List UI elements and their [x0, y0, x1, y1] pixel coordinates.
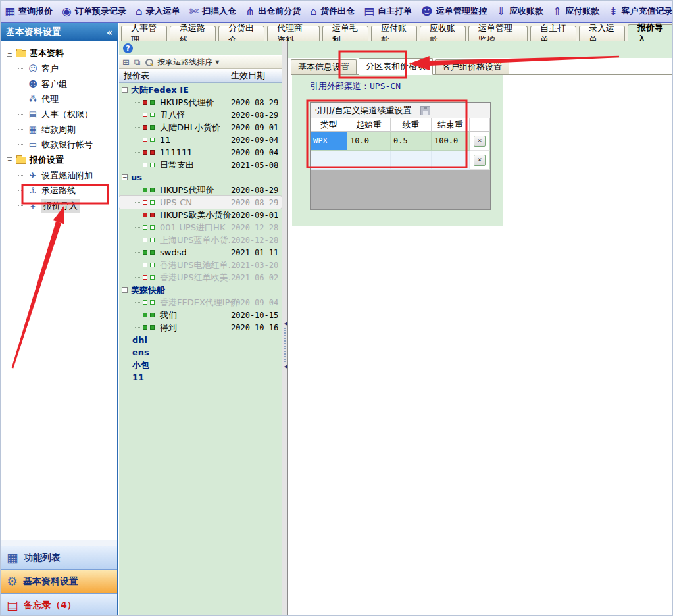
- quote-row[interactable]: HKUPS代理价2020-08-29: [119, 96, 282, 109]
- quote-row[interactable]: swdsd2021-01-11: [119, 246, 282, 259]
- delete-row-button[interactable]: ×: [474, 136, 486, 147]
- quote-row[interactable]: 大陆DHL小货价2020-09-01: [119, 121, 282, 134]
- expand-tree-icon[interactable]: ⊞: [122, 58, 130, 66]
- tree-group-basic-data[interactable]: −基本资料: [1, 45, 117, 61]
- quote-row[interactable]: 1111112020-09-04: [119, 146, 282, 159]
- toolbar-item-order-prerecord[interactable]: ◉订单预录记录: [62, 5, 126, 17]
- tree-item-customer-groups[interactable]: ☻客户组: [1, 76, 117, 91]
- quote-row[interactable]: 香港FEDEX代理IP价2020-09-04: [119, 296, 282, 309]
- quote-row[interactable]: 112020-09-04: [119, 134, 282, 146]
- tree-item-customers[interactable]: ☺客户: [1, 61, 117, 76]
- tab-carrier-routes[interactable]: 承运路线: [170, 26, 216, 41]
- toolbar-item-shipment-outbound[interactable]: ⌂货件出仓: [310, 5, 355, 17]
- quote-row[interactable]: 得到2020-10-16: [119, 321, 282, 334]
- weight-column-header[interactable]: 结束重: [432, 118, 470, 132]
- nav-item-basic-settings[interactable]: ⚙基本资料设置: [1, 569, 117, 593]
- panel-splitter[interactable]: ◀ ◀: [282, 41, 288, 616]
- delete-row-button[interactable]: ×: [474, 155, 486, 166]
- hierarchy-icon[interactable]: ⧉: [134, 58, 140, 66]
- toolbar-item-self-print[interactable]: ▤自主打单: [364, 5, 412, 17]
- tree-item-carrier-routes[interactable]: ⚓承运路线: [1, 183, 117, 198]
- quote-group-row[interactable]: −大陆Fedex IE: [119, 84, 282, 96]
- toolbar-item-scan-inbound[interactable]: ✄扫描入仓: [189, 5, 236, 17]
- quote-row[interactable]: 日常支出2021-05-08: [119, 159, 282, 171]
- tab-waybill-monitor[interactable]: 运单管理监控: [468, 26, 528, 41]
- zone-price-page: 引用外部渠道：UPS-CN 引用/自定义渠道续重设置 类型起始重续重结束重WPX…: [292, 75, 503, 226]
- collapse-node-icon[interactable]: −: [122, 87, 128, 93]
- quote-group-row[interactable]: 小包: [119, 359, 282, 371]
- toolbar-item-payables[interactable]: ⇑应付账款: [553, 5, 599, 17]
- tree-item-agents[interactable]: ⁂代理: [1, 91, 117, 107]
- splitter-drag-handle[interactable]: [284, 328, 286, 362]
- status-marker-2-icon: [150, 313, 155, 317]
- column-header-quote-table[interactable]: 报价表: [119, 69, 226, 82]
- tab-agent-info[interactable]: 代理商资料: [267, 26, 320, 41]
- weight-cell-empty[interactable]: [311, 151, 347, 170]
- detail-tab-strip: 基本信息设置分区表和价格表客户组价格设置: [291, 58, 673, 75]
- collapse-node-icon[interactable]: −: [7, 51, 12, 57]
- weight-cell-empty[interactable]: [347, 151, 391, 170]
- toolbar-item-waybill-monitor[interactable]: ☻运单管理监控: [421, 5, 487, 17]
- save-icon[interactable]: [420, 106, 430, 115]
- quote-row-date: 2020-08-29: [231, 186, 278, 195]
- toolbar-item-recharge-records[interactable]: ⇟客户充值记录: [609, 5, 672, 17]
- sidebar-splitter-handle[interactable]: ··········: [1, 540, 118, 546]
- tab-hr-management[interactable]: 人事管理: [121, 26, 167, 41]
- tree-item-hr-permissions[interactable]: ▤人事（权限）: [1, 107, 117, 122]
- weight-cell-empty[interactable]: [391, 151, 432, 170]
- toolbar-item-receivables[interactable]: ⇓应收账款: [497, 5, 543, 17]
- collapse-node-icon[interactable]: −: [122, 174, 128, 180]
- quote-group-row[interactable]: ens: [119, 346, 282, 359]
- tab-waybill-profit[interactable]: 运单毛利: [322, 26, 368, 41]
- weight-cell-step[interactable]: 0.5: [391, 132, 432, 151]
- weight-column-header[interactable]: 续重: [391, 118, 432, 132]
- tree-item-settlement-cycle[interactable]: ▦结款周期: [1, 122, 117, 137]
- tree-group-quote-settings[interactable]: −报价设置: [1, 152, 117, 168]
- quote-row[interactable]: 丑八怪2020-08-29: [119, 109, 282, 121]
- help-icon[interactable]: ?: [123, 43, 133, 53]
- search-icon[interactable]: [145, 59, 153, 66]
- detail-tab-customer-group-price[interactable]: 客户组价格设置: [435, 59, 509, 74]
- tree-item-bank-accounts[interactable]: ▭收款银行帐号: [1, 137, 117, 152]
- quote-row-label: 上海UPS蓝单小货…: [160, 234, 237, 246]
- detail-tab-basic-info[interactable]: 基本信息设置: [291, 59, 357, 74]
- tab-self-print[interactable]: 自主打单: [530, 26, 576, 41]
- tree-connector: [135, 265, 140, 265]
- weight-column-header[interactable]: 类型: [311, 118, 347, 132]
- tab-enter-waybill[interactable]: 录入运单: [579, 26, 625, 41]
- toolbar-item-pre-outbound-sorting[interactable]: ⋔出仓前分货: [245, 5, 301, 17]
- toolbar-item-enter-waybill[interactable]: ⌂录入运单: [136, 5, 180, 17]
- quote-row[interactable]: 香港UPS电池红单…2021-03-20: [119, 259, 282, 271]
- tree-item-quote-import[interactable]: ¥报价导入: [1, 198, 117, 213]
- collapse-node-icon[interactable]: −: [122, 287, 128, 293]
- tab-receivables[interactable]: 应收账款: [420, 26, 466, 41]
- collapse-sidebar-icon[interactable]: «: [107, 27, 112, 38]
- quote-group-row[interactable]: −us: [119, 171, 282, 184]
- weight-cell-empty[interactable]: [432, 151, 470, 170]
- tab-quote-import[interactable]: 报价导入: [628, 24, 673, 41]
- weight-column-header[interactable]: 起始重: [347, 118, 391, 132]
- column-header-effective-date[interactable]: 生效日期: [226, 69, 282, 82]
- toolbar-item-query-quote[interactable]: ▦查询报价: [5, 5, 53, 17]
- weight-cell-end[interactable]: 100.0: [432, 132, 470, 151]
- quote-row[interactable]: HKUPS欧美小货价2020-09-01: [119, 209, 282, 221]
- quote-group-row[interactable]: 11: [119, 371, 282, 384]
- quote-row[interactable]: HKUPS代理价2020-08-29: [119, 184, 282, 196]
- nav-item-memo[interactable]: ▤备忘录（4）: [1, 593, 117, 616]
- weight-cell-type[interactable]: WPX: [311, 132, 347, 151]
- sort-dropdown[interactable]: 按承运路线排序 ▼: [157, 57, 219, 68]
- quote-row[interactable]: 我们2020-10-15: [119, 309, 282, 321]
- collapse-node-icon[interactable]: −: [7, 157, 12, 163]
- quote-group-row[interactable]: −美森快船: [119, 284, 282, 296]
- quote-row[interactable]: 香港UPS红单欧美…2021-06-02: [119, 271, 282, 284]
- weight-cell-start[interactable]: 10.0: [347, 132, 391, 151]
- tree-item-fuel-surcharge[interactable]: ✈设置燃油附加: [1, 168, 117, 183]
- tab-sorting-outbound[interactable]: 分货出仓: [218, 26, 264, 41]
- quote-row[interactable]: UPS-CN2020-08-29: [119, 196, 282, 209]
- quote-row[interactable]: 上海UPS蓝单小货…2020-12-28: [119, 234, 282, 246]
- detail-tab-zone-price[interactable]: 分区表和价格表: [359, 58, 433, 75]
- nav-item-function-list[interactable]: ▦功能列表: [1, 546, 117, 569]
- quote-row[interactable]: 001-UPS进口HK2020-12-28: [119, 221, 282, 234]
- tab-payables[interactable]: 应付账款: [371, 26, 417, 41]
- quote-group-row[interactable]: dhl: [119, 334, 282, 346]
